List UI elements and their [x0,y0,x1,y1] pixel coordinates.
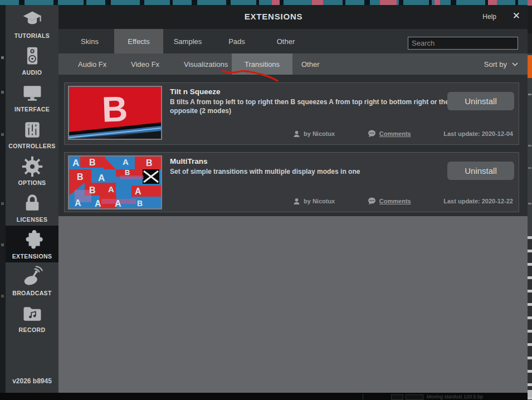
svg-text:A: A [123,157,129,167]
svg-text:A: A [95,199,101,208]
mixer-sliders-icon [21,119,43,141]
background-block [528,0,532,6]
user-icon [293,198,300,205]
speaker-icon [21,45,43,67]
waveform-pink-segment [488,0,497,5]
svg-text:B: B [101,89,129,130]
extension-last-update: Last update: 2020-12-04 [443,130,513,137]
sidebar-item-label: AUDIO [22,69,42,76]
sidebar-item-label: RECORD [19,326,46,333]
tab-skins[interactable]: Skins [65,29,114,53]
tab-audio-fx[interactable]: Audio Fx [65,53,119,75]
svg-text:A: A [72,158,79,168]
background-specks [1,56,4,59]
sidebar-item-record[interactable]: RECORD [6,299,58,336]
extension-title: MultiTrans [170,157,208,165]
extension-comments: Comments [368,197,411,205]
user-icon [293,130,300,138]
sidebar-item-label: EXTENSIONS [12,253,52,260]
comment-bubble-icon [368,197,376,205]
background-box [406,394,423,400]
sidebar-item-tutorials[interactable]: TUTORIALS [6,5,58,42]
background-right-edge [528,0,532,400]
uninstall-button[interactable]: Uninstall [447,162,514,180]
search-input[interactable] [408,37,518,50]
tab-samples[interactable]: Samples [163,29,212,53]
svg-text:B: B [89,186,96,195]
background-marks [528,94,531,95]
svg-text:B: B [89,158,96,167]
sidebar-item-licenses[interactable]: LICENSES [6,189,58,226]
graduation-cap-icon [21,8,43,31]
sidebar-item-label: TUTORIALS [14,32,50,39]
extension-card-multitrans: A B A B B A B B A A A A A [64,152,519,212]
dialog-header: EXTENSIONS Help ✕ [58,5,528,29]
svg-text:A: A [108,184,114,194]
extension-card-tilt-n-squeeze: B Tilt n Squeeze B tilts A from top left… [64,82,519,145]
extension-title: Tilt n Squeeze [170,87,221,96]
app-version: v2026 b8945 [6,377,58,385]
sidebar-item-label: CONTROLLERS [8,143,55,149]
close-icon[interactable]: ✕ [513,11,520,22]
waveform-pink-segment [312,0,323,5]
tab-video-fx[interactable]: Video Fx [118,53,172,75]
extension-meta: by Nicotux Comments Last update: 2020-12… [293,197,513,205]
sidebar-item-controllers[interactable]: CONTROLLERS [6,115,58,152]
tab-visualizations[interactable]: Visualizations [171,53,241,75]
sidebar-item-label: OPTIONS [18,179,46,186]
extension-comments: Comments [368,130,411,138]
sidebar-item-audio[interactable]: AUDIO [6,42,58,79]
sidebar-item-label: INTERFACE [14,106,50,113]
multitrans-preview: A B A B B A B B A A A A A [69,157,161,208]
puzzle-piece-icon [21,229,43,251]
svg-text:A: A [75,198,81,208]
dialog-title: EXTENSIONS [58,12,489,21]
sidebar-item-label: BROADCAST [12,290,52,296]
background-block [528,33,532,53]
sidebar-item-extensions[interactable]: EXTENSIONS [6,226,58,262]
tab-other[interactable]: Other [261,29,310,53]
author-label: by Nicotux [304,198,335,204]
sort-by-dropdown[interactable]: Sort by [484,53,518,75]
author-label: by Nicotux [304,130,335,137]
svg-text:B: B [77,172,84,182]
secondary-tab-bar: Audio Fx Video Fx Visualizations Transit… [58,53,528,75]
empty-content-area [58,216,528,393]
extension-thumbnail: B [68,86,162,140]
background-scroll-thumb [528,390,532,397]
background-left-edge [0,5,6,394]
background-tracklist-rows [528,236,532,400]
tab-pads[interactable]: Pads [212,29,261,53]
tab-effects[interactable]: Effects [114,29,163,53]
sidebar-item-options[interactable]: OPTIONS [6,152,58,189]
svg-text:A: A [115,199,121,208]
background-orange-block [528,55,532,78]
uninstall-button[interactable]: Uninstall [447,92,514,110]
tilt-n-squeeze-preview: B [69,87,161,139]
extension-author: by Nicotux [293,198,335,205]
sidebar-item-interface[interactable]: INTERFACE [6,79,58,115]
satellite-dish-icon [21,266,43,288]
screen: Moving stardust 120.5 bp TUTORIALS AUDIO [0,0,532,400]
extension-meta: by Nicotux Comments Last update: 2020-12… [293,130,513,138]
svg-text:B: B [125,168,130,177]
background-waveform-strip [0,0,532,5]
extension-description: Set of simple transitions with multiple … [170,168,451,177]
comments-link[interactable]: Comments [379,130,411,137]
waveform-pink-segment [272,0,280,5]
svg-text:B: B [137,199,143,208]
monitor-icon [21,82,43,104]
comments-link[interactable]: Comments [379,198,411,204]
extension-description: B tilts A from top left to top right the… [170,98,451,115]
tab-other-fx[interactable]: Other [289,53,333,75]
extension-author: by Nicotux [293,130,335,138]
background-bottom-edge: Moving stardust 120.5 bp [0,393,528,400]
tab-transitions[interactable]: Transitions [232,53,292,75]
help-button[interactable]: Help [482,13,496,21]
sidebar-item-broadcast[interactable]: BROADCAST [6,262,58,299]
record-folder-icon [21,303,43,325]
svg-text:B: B [146,158,153,168]
settings-sidebar: TUTORIALS AUDIO INTERFACE [6,5,58,393]
waveform-pink-segment [380,0,397,5]
background-divider [363,394,363,400]
